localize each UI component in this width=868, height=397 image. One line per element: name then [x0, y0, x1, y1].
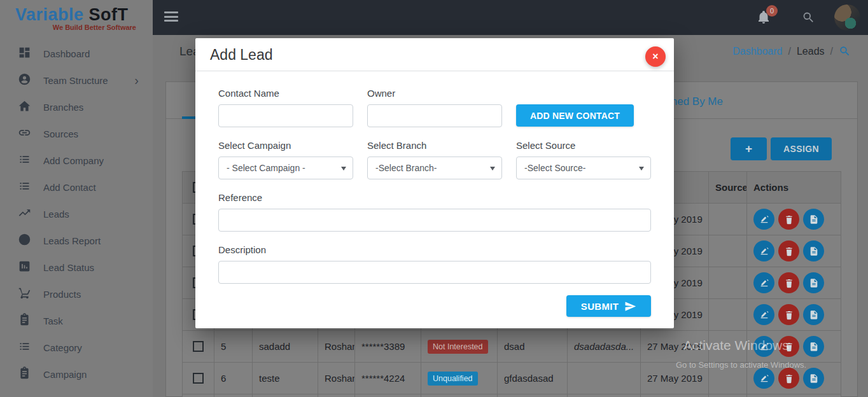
document-button[interactable]: [803, 209, 824, 230]
cell-source: [709, 267, 747, 299]
person-icon: [18, 73, 33, 88]
cell-actions: [747, 267, 841, 299]
trash-icon: [784, 214, 794, 225]
sidebar-item-campaign[interactable]: Campaign: [0, 361, 153, 387]
edit-button[interactable]: [753, 304, 774, 325]
grid-icon: [18, 46, 33, 61]
sidebar-item-products[interactable]: Products: [0, 281, 153, 307]
sidebar-item-leads-report[interactable]: Leads Report: [0, 227, 153, 254]
user-avatar[interactable]: [834, 4, 860, 31]
delete-button[interactable]: [778, 304, 799, 325]
add-new-contact-button[interactable]: ADD NEW CONTACT: [516, 104, 634, 127]
file-document-icon: [809, 214, 819, 225]
sidebar-item-label: Task: [43, 316, 139, 326]
submit-button[interactable]: SUBMIT: [566, 295, 651, 317]
edit-button[interactable]: [753, 272, 774, 293]
modal-close-button[interactable]: ×: [645, 46, 666, 67]
topbar: 0: [153, 0, 868, 35]
activate-windows-watermark-sub: Go to Settings to activate Windows.: [676, 360, 806, 370]
document-button[interactable]: [803, 336, 824, 357]
edit-button[interactable]: [753, 240, 774, 261]
cell-status: Not Interested: [421, 331, 498, 363]
edit-button[interactable]: [753, 368, 774, 389]
submit-label: SUBMIT: [581, 301, 619, 312]
breadcrumb-separator: /: [830, 46, 833, 57]
list-icon: [18, 153, 33, 168]
notifications-bell-icon[interactable]: 0: [756, 10, 773, 26]
delete-button[interactable]: [778, 240, 799, 261]
sidebar-item-dashboard[interactable]: Dashboard: [0, 40, 153, 67]
sidebar-item-label: Campaign: [43, 369, 139, 380]
campaign-select[interactable]: - Select Campaign -: [218, 157, 353, 179]
sidebar-item-task[interactable]: Task: [0, 307, 153, 334]
sidebar-item-label: Sources: [43, 129, 139, 139]
cell-reference: [568, 394, 641, 397]
row-checkbox[interactable]: [193, 373, 204, 384]
cell-phone: [355, 394, 421, 397]
sidebar-item-label: Category: [43, 342, 139, 353]
reference-label: Reference: [218, 192, 651, 203]
sidebar-item-label: Leads: [43, 209, 139, 219]
delete-button[interactable]: [778, 368, 799, 389]
select-source-label: Select Source: [516, 140, 651, 151]
description-input[interactable]: [218, 261, 651, 284]
caret-down-icon: [639, 167, 644, 171]
cell-reference: dsadadasda...: [568, 331, 641, 363]
source-select[interactable]: -Select Source-: [516, 157, 651, 179]
edit-pencil-icon: [759, 278, 769, 288]
sidebar-item-branches[interactable]: Branches: [0, 94, 153, 120]
sidebar-item-add-company[interactable]: Add Company: [0, 147, 153, 174]
reference-field-group: Reference: [218, 192, 651, 232]
sidebar: Variable SofT We Build Better Software D…: [0, 0, 153, 397]
add-lead-button[interactable]: +: [731, 137, 767, 160]
trend-up-icon: [18, 206, 33, 221]
cell-actions: [747, 299, 841, 331]
assign-button[interactable]: ASSIGN: [771, 137, 832, 160]
app-root: { "logo": { "part1": "Variable", "part2"…: [0, 0, 868, 397]
contact-name-label: Contact Name: [218, 88, 353, 99]
branch-select[interactable]: -Select Branch-: [367, 157, 502, 179]
sidebar-item-leads[interactable]: Leads: [0, 200, 153, 227]
row-checkbox[interactable]: [193, 341, 204, 352]
file-document-icon: [809, 246, 819, 256]
cell-contact-name: [253, 394, 318, 397]
cell-id: [214, 394, 253, 397]
hamburger-menu-icon[interactable]: [164, 11, 178, 23]
source-select-value: -Select Source-: [524, 163, 585, 173]
breadcrumb-dashboard-link[interactable]: Dashboard: [732, 46, 782, 57]
contact-name-input[interactable]: [218, 104, 353, 127]
send-arrow-icon: [624, 300, 636, 312]
edit-pencil-icon: [759, 246, 769, 256]
breadcrumb-search-icon[interactable]: [839, 45, 851, 57]
app-logo-text: Variable SofT: [15, 5, 153, 25]
document-button[interactable]: [803, 368, 824, 389]
edit-button[interactable]: [753, 209, 774, 230]
owner-input[interactable]: [367, 104, 502, 127]
list-icon: [18, 179, 33, 195]
contact-name-field-group: Contact Name: [218, 88, 353, 127]
clipboard-icon: [18, 366, 33, 382]
sidebar-nav: DashboardTeam Structure›BranchesSourcesA…: [0, 40, 153, 387]
status-badge: Unqualified: [428, 372, 478, 386]
sidebar-item-category[interactable]: Category: [0, 334, 153, 361]
sidebar-item-sources[interactable]: Sources: [0, 120, 153, 147]
activate-windows-watermark: Activate Windows: [683, 338, 789, 353]
delete-button[interactable]: [778, 209, 799, 230]
table-row: [183, 394, 841, 397]
cell-id: 5: [214, 331, 253, 363]
link-icon: [18, 126, 33, 141]
document-button[interactable]: [803, 272, 824, 293]
modal-header: Add Lead ×: [195, 38, 674, 71]
document-button[interactable]: [803, 304, 824, 325]
sidebar-item-lead-status[interactable]: Lead Status: [0, 254, 153, 281]
delete-button[interactable]: [778, 272, 799, 293]
topbar-search-icon[interactable]: [802, 11, 816, 25]
sidebar-item-team-structure[interactable]: Team Structure›: [0, 67, 153, 94]
sync-icon: [18, 233, 33, 248]
app-logo: Variable SofT We Build Better Software: [0, 0, 153, 37]
cell-owner: Roshan: [318, 331, 355, 363]
status-badge: Not Interested: [428, 340, 488, 354]
sidebar-item-add-contact[interactable]: Add Contact: [0, 174, 153, 200]
reference-input[interactable]: [218, 209, 651, 232]
document-button[interactable]: [803, 240, 824, 261]
